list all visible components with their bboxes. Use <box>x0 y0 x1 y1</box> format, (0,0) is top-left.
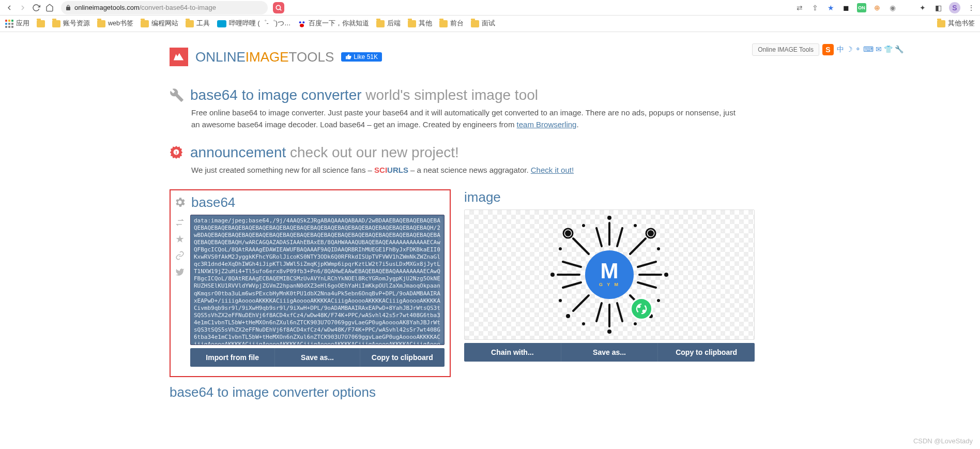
logo-circle: M G Y M <box>585 250 634 299</box>
svg-point-7 <box>607 216 611 220</box>
folder-icon <box>37 20 45 27</box>
bookmark-folder[interactable]: 其他 <box>408 19 432 28</box>
svg-point-42 <box>649 232 652 235</box>
folder-icon <box>52 20 60 27</box>
menu-icon[interactable]: ⋮ <box>967 3 976 12</box>
description-text: Free online base64 to image converter. J… <box>191 107 739 131</box>
bookmark-folder[interactable]: 工具 <box>186 19 210 28</box>
svg-point-44 <box>643 310 645 312</box>
svg-point-22 <box>634 322 637 325</box>
home-button[interactable] <box>44 3 55 13</box>
wrench-icon <box>170 88 184 102</box>
lock-icon <box>65 5 71 11</box>
gear-icon[interactable] <box>174 196 186 208</box>
svg-line-32 <box>617 228 622 246</box>
bookmark-folder[interactable]: 账号资源 <box>52 19 90 28</box>
apps-grid-icon <box>5 20 13 28</box>
bookmark-folder[interactable] <box>37 20 45 27</box>
online-image-tools-badge[interactable]: Online IMAGE Tools <box>752 43 819 56</box>
save-as-image-button[interactable]: Save as... <box>561 343 658 362</box>
svg-point-3 <box>303 21 305 23</box>
extension-icon-5[interactable] <box>904 4 912 12</box>
fb-like-button[interactable]: Like 51K <box>341 52 382 62</box>
back-button[interactable] <box>4 3 14 13</box>
chain-with-button[interactable]: Chain with... <box>464 343 561 362</box>
sidepanel-icon[interactable]: ◧ <box>933 3 943 12</box>
bookmark-baidu[interactable]: 百度一下，你就知道 <box>298 19 369 28</box>
bookmark-folder[interactable]: 后端 <box>376 19 401 28</box>
extension-icon-2[interactable]: ON <box>857 3 866 12</box>
logo-text[interactable]: ONLINEIMAGETOOLS <box>195 49 334 65</box>
svg-line-33 <box>563 262 581 267</box>
svg-point-10 <box>664 273 668 277</box>
save-as-button[interactable]: Save as... <box>274 348 359 367</box>
logo-icon[interactable] <box>170 48 188 66</box>
forward-button[interactable] <box>18 3 28 13</box>
svg-line-28 <box>630 238 646 254</box>
link-icon[interactable] <box>175 251 185 260</box>
extensions-icon[interactable]: ✦ <box>918 3 927 12</box>
svg-point-13 <box>566 314 570 318</box>
page-title: base64 to image converter world's simple… <box>190 87 538 103</box>
svg-point-15 <box>582 224 585 227</box>
announcement-text: We just created something new for all sc… <box>191 164 739 176</box>
bookmark-folder[interactable]: 面试 <box>471 19 495 28</box>
profile-avatar[interactable]: S <box>949 2 960 13</box>
favorite-icon[interactable] <box>175 234 185 244</box>
swap-icon[interactable] <box>175 218 185 227</box>
svg-line-29 <box>573 295 589 311</box>
folder-icon <box>408 20 416 27</box>
folder-icon <box>439 20 448 27</box>
other-bookmarks[interactable]: 其他书签 <box>937 19 975 28</box>
bookmark-bilibili[interactable]: 哔哩哔哩 (゜-゜)つ… <box>217 19 290 28</box>
svg-line-1 <box>280 9 281 10</box>
svg-point-21 <box>582 322 585 325</box>
svg-line-27 <box>573 238 589 254</box>
extension-icon-3[interactable]: ⊕ <box>872 3 882 12</box>
address-bar[interactable]: onlineimagetools.com/convert-base64-to-i… <box>61 1 268 14</box>
extension-icon-1[interactable]: ◼ <box>841 3 851 12</box>
browserling-link[interactable]: team Browserling <box>517 120 577 129</box>
twitter-icon[interactable] <box>175 267 185 277</box>
svg-line-38 <box>617 303 622 321</box>
folder-icon <box>471 20 479 27</box>
image-panel-title: image <box>464 189 501 205</box>
svg-point-17 <box>559 247 562 250</box>
svg-line-31 <box>596 228 602 246</box>
apps-bookmark[interactable]: 应用 <box>5 19 29 28</box>
svg-point-4 <box>300 24 304 27</box>
base64-input[interactable]: data:image/jpeg;base64,/9j/4AAQSkZJRgABA… <box>190 215 445 345</box>
translate-icon[interactable]: ⇄ <box>795 3 804 12</box>
bookmark-folder[interactable]: 编程网站 <box>141 19 178 28</box>
svg-point-0 <box>276 5 280 9</box>
svg-point-2 <box>299 21 301 23</box>
wechat-mini-badge <box>630 297 653 320</box>
reload-button[interactable] <box>31 3 41 13</box>
baidu-icon <box>298 20 306 28</box>
output-image[interactable]: M G Y M <box>464 209 755 340</box>
svg-line-34 <box>563 282 581 288</box>
svg-point-9 <box>550 273 555 277</box>
svg-point-18 <box>657 247 660 250</box>
copy-image-button[interactable]: Copy to clipboard <box>657 343 755 362</box>
share-icon[interactable]: ⇪ <box>810 3 820 12</box>
options-heading: base64 to image converter options <box>170 384 810 400</box>
folder-icon <box>376 20 385 27</box>
check-it-out-link[interactable]: Check it out! <box>531 166 574 174</box>
folder-icon <box>97 20 105 27</box>
import-from-file-button[interactable]: Import from file <box>190 348 274 367</box>
search-extension-icon[interactable] <box>273 2 284 13</box>
svg-text:!: ! <box>175 149 177 155</box>
svg-point-41 <box>566 232 570 235</box>
copy-to-clipboard-button[interactable]: Copy to clipboard <box>360 348 445 367</box>
announcement-title: announcement check out our new project! <box>190 144 459 161</box>
svg-line-36 <box>638 282 656 288</box>
bookmark-star-icon[interactable]: ★ <box>826 3 835 12</box>
bookmark-folder[interactable]: 前台 <box>439 19 464 28</box>
sogou-icon[interactable]: S <box>822 44 834 55</box>
folder-icon <box>937 20 945 27</box>
svg-point-8 <box>607 330 611 334</box>
base64-panel-title: base64 <box>191 194 235 211</box>
bookmark-folder[interactable]: web书签 <box>97 19 133 28</box>
extension-icon-4[interactable]: ◉ <box>888 3 897 12</box>
